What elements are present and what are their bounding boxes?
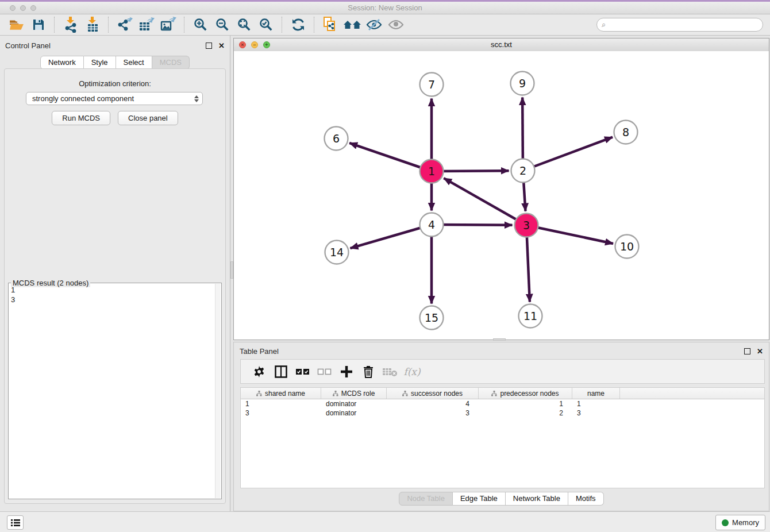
close-panel-button[interactable]: Close panel: [118, 111, 178, 125]
create-column-icon[interactable]: [336, 363, 357, 380]
select-all-rows-icon[interactable]: [292, 363, 314, 380]
svg-text:3: 3: [523, 219, 530, 232]
zoom-out-icon[interactable]: [213, 16, 232, 33]
control-panel: Control Panel ✕ NetworkStyleSelectMCDS O…: [0, 36, 230, 512]
network-window-titlebar[interactable]: × − + scc.txt: [234, 38, 769, 52]
svg-text:1: 1: [428, 165, 435, 178]
hide-selected-icon[interactable]: [365, 16, 383, 33]
table-cell[interactable]: 1: [572, 399, 620, 408]
tab-select[interactable]: Select: [116, 56, 152, 70]
zoom-selected-icon[interactable]: [257, 16, 275, 33]
session-search[interactable]: ⌕: [596, 18, 763, 32]
table-row[interactable]: 1dominator411: [241, 399, 764, 408]
graph-edge-2-8[interactable]: [523, 137, 613, 171]
task-history-button[interactable]: [7, 515, 24, 530]
import-table-icon[interactable]: [83, 16, 102, 33]
toolbar-separator: [282, 17, 283, 33]
graph-node-10[interactable]: 10: [615, 235, 639, 259]
table-options-gear-icon[interactable]: [248, 363, 270, 380]
table-cell[interactable]: 2: [479, 408, 572, 418]
delete-column-trash-icon[interactable]: [357, 363, 379, 380]
control-panel-title: Control Panel: [5, 41, 51, 50]
zoom-fit-icon[interactable]: [235, 16, 253, 33]
fx-label: f(x): [403, 366, 420, 377]
select-stepper-icon: [194, 95, 199, 102]
table-tab-node-table[interactable]: Node Table: [399, 492, 453, 506]
network-title: scc.txt: [234, 40, 769, 49]
criterion-select[interactable]: strongly connected component: [26, 92, 203, 105]
graph-edge-4-14[interactable]: [351, 225, 432, 248]
table-cell[interactable]: 4: [387, 399, 479, 408]
mcds-result-box: MCDS result (2 nodes) 1 3: [8, 283, 222, 499]
tab-style[interactable]: Style: [84, 56, 116, 70]
zoom-in-icon[interactable]: [191, 16, 210, 33]
save-session-icon[interactable]: [29, 16, 48, 33]
close-table-panel-icon[interactable]: ✕: [757, 348, 763, 355]
export-table-icon[interactable]: [137, 16, 156, 33]
svg-text:15: 15: [425, 311, 438, 324]
show-all-icon[interactable]: [387, 16, 405, 33]
float-table-panel-icon[interactable]: [744, 348, 750, 354]
tab-network[interactable]: Network: [40, 56, 84, 70]
table-cell[interactable]: 1: [479, 399, 572, 408]
graph-node-7[interactable]: 7: [420, 73, 444, 97]
table-panel-tabs: Node TableEdge TableNetwork TableMotifs: [234, 492, 769, 506]
table-cell[interactable]: 3: [241, 408, 321, 418]
float-panel-icon[interactable]: [206, 43, 212, 49]
graph-node-3[interactable]: 3: [515, 214, 538, 237]
table-tab-motifs[interactable]: Motifs: [568, 492, 604, 506]
toolbar-separator: [108, 17, 109, 33]
column-header-MCDS-role[interactable]: MCDS role: [321, 388, 387, 399]
graph-node-14[interactable]: 14: [325, 241, 349, 264]
column-header-shared-name[interactable]: shared name: [241, 388, 321, 399]
column-header-predecessor-nodes[interactable]: predecessor nodes: [479, 388, 572, 399]
memory-label: Memory: [732, 518, 759, 527]
memory-button[interactable]: Memory: [715, 515, 765, 530]
graph-node-1[interactable]: 1: [420, 160, 444, 183]
export-image-icon[interactable]: [159, 16, 178, 33]
first-neighbors-icon[interactable]: [343, 16, 361, 33]
vertical-splitter-handle[interactable]: [230, 261, 233, 279]
table-tab-edge-table[interactable]: Edge Table: [453, 492, 506, 506]
open-session-icon[interactable]: [7, 16, 26, 33]
import-network-icon[interactable]: [61, 16, 80, 33]
graph-edge-1-6[interactable]: [349, 143, 432, 171]
network-graph: 7968124314101511: [234, 51, 769, 340]
table-row[interactable]: 3dominator323: [241, 408, 764, 418]
graph-node-15[interactable]: 15: [420, 306, 444, 330]
svg-text:11: 11: [523, 310, 537, 322]
mcds-result-text[interactable]: 1 3: [11, 285, 215, 498]
graph-edge-3-10[interactable]: [526, 225, 613, 244]
table-cell[interactable]: 3: [572, 408, 620, 418]
column-header-successor-nodes[interactable]: successor nodes: [387, 388, 479, 399]
tab-mcds[interactable]: MCDS: [152, 56, 190, 70]
toolbar-separator: [314, 17, 315, 33]
mcds-result-scrollbar[interactable]: [215, 284, 221, 498]
table-cell[interactable]: 3: [387, 408, 479, 418]
table-cell[interactable]: dominator: [321, 408, 387, 418]
column-header-name[interactable]: name: [572, 388, 620, 399]
close-panel-icon[interactable]: ✕: [218, 42, 225, 49]
table-tab-network-table[interactable]: Network Table: [506, 492, 568, 506]
control-panel-tabs: NetworkStyleSelectMCDS: [0, 56, 230, 70]
delete-table-icon: [379, 363, 401, 380]
graph-node-11[interactable]: 11: [519, 304, 542, 328]
graph-node-8[interactable]: 8: [614, 121, 638, 144]
deselect-all-rows-icon[interactable]: [314, 363, 336, 380]
graph-edge-3-1[interactable]: [444, 178, 526, 225]
new-network-from-selection-icon[interactable]: [321, 16, 340, 33]
graph-node-6[interactable]: 6: [325, 127, 348, 151]
graph-node-2[interactable]: 2: [511, 159, 535, 183]
table-cell[interactable]: 1: [241, 399, 321, 408]
horizontal-splitter-handle[interactable]: [493, 338, 506, 341]
graph-node-4[interactable]: 4: [420, 213, 444, 237]
apply-layout-icon[interactable]: [289, 16, 307, 33]
search-icon: ⌕: [602, 20, 606, 29]
table-cell[interactable]: dominator: [321, 399, 387, 408]
export-network-icon[interactable]: [116, 16, 134, 33]
graph-node-9[interactable]: 9: [511, 72, 534, 95]
search-input[interactable]: [608, 20, 758, 29]
show-columns-icon[interactable]: [270, 363, 292, 380]
network-canvas[interactable]: 7968124314101511: [234, 51, 769, 340]
run-mcds-button[interactable]: Run MCDS: [52, 111, 110, 125]
